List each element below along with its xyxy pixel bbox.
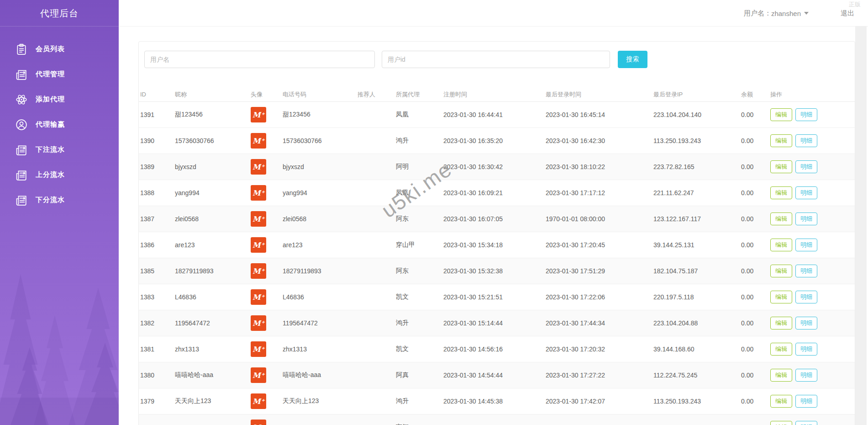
cell-reg-time: 2023-01-30 15:14:44 xyxy=(443,319,546,327)
cell-ip: 220.197.5.118 xyxy=(653,293,741,301)
search-userid-input[interactable] xyxy=(382,51,610,68)
sidebar-item-2[interactable]: 代理管理 xyxy=(0,62,119,87)
edit-button[interactable]: 编辑 xyxy=(770,160,792,173)
detail-button[interactable]: 明细 xyxy=(795,369,817,382)
cell-avatar: M⁺ xyxy=(251,185,283,201)
sidebar-item-label: 添加代理 xyxy=(36,95,65,104)
cell-nickname: are123 xyxy=(175,241,251,249)
cell-last-login: 2023-01-30 17:44:34 xyxy=(546,319,653,327)
detail-button[interactable]: 明细 xyxy=(795,134,817,147)
cell-ip: 223.104.204.140 xyxy=(653,111,741,118)
edit-button[interactable]: 编辑 xyxy=(770,239,792,251)
avatar: M⁺ xyxy=(251,185,266,201)
cell-nickname: 嘻嘻哈哈-aaa xyxy=(175,371,251,379)
sidebar-item-4[interactable]: 代理输赢 xyxy=(0,112,119,137)
edit-button[interactable]: 编辑 xyxy=(770,317,792,329)
edit-button[interactable]: 编辑 xyxy=(770,291,792,303)
cell-reg-time: 2023-01-30 14:54:44 xyxy=(443,372,546,379)
column-header: 注册时间 xyxy=(443,90,546,99)
cell-actions: 编辑明细 xyxy=(770,108,855,121)
avatar: M⁺ xyxy=(251,211,266,227)
cell-nickname: 1195647472 xyxy=(175,319,251,327)
sidebar-item-1[interactable]: 会员列表 xyxy=(0,37,119,62)
cell-balance: 0.00 xyxy=(741,293,770,301)
avatar: M⁺ xyxy=(251,315,266,331)
scrollbar-track[interactable] xyxy=(855,27,867,425)
table-row: 1387zlei0568M⁺zlei0568阿东2023-01-30 16:07… xyxy=(139,206,855,232)
cell-balance: 0.00 xyxy=(741,267,770,275)
edit-button[interactable]: 编辑 xyxy=(770,265,792,277)
sidebar-item-6[interactable]: 上分流水 xyxy=(0,162,119,187)
cell-ip: 113.250.193.243 xyxy=(653,137,741,144)
cell-reg-time: 2023-01-30 15:32:38 xyxy=(443,267,546,275)
avatar: M⁺ xyxy=(251,393,266,409)
edit-button[interactable]: 编辑 xyxy=(770,395,792,408)
cell-avatar: M⁺ xyxy=(251,263,283,279)
avatar: M⁺ xyxy=(251,159,266,175)
cell-last-login: 2023-01-30 17:20:32 xyxy=(546,345,653,353)
member-table: ID昵称头像电话号码推荐人所属代理注册时间最后登录时间最后登录IP余额操作 13… xyxy=(139,87,855,425)
detail-button[interactable]: 明细 xyxy=(795,343,817,356)
cell-agent: 穿山甲 xyxy=(396,241,443,249)
detail-button[interactable]: 明细 xyxy=(795,239,817,251)
detail-button[interactable]: 明细 xyxy=(795,265,817,277)
logout-button[interactable]: 退出 xyxy=(841,0,854,27)
edit-button[interactable]: 编辑 xyxy=(770,212,792,225)
cell-phone: 嘻嘻哈哈-aaa xyxy=(283,371,358,379)
cell-ip: 123.122.167.117 xyxy=(653,215,741,223)
cell-phone: 18279119893 xyxy=(283,267,358,275)
clipboard-icon xyxy=(16,43,27,55)
detail-button[interactable]: 明细 xyxy=(795,421,817,425)
column-header: 昵称 xyxy=(175,90,251,99)
cell-last-login: 1970-01-01 08:00:00 xyxy=(546,215,653,223)
cell-avatar: M⁺ xyxy=(251,289,283,305)
sidebar-item-3[interactable]: 添加代理 xyxy=(0,87,119,112)
table-row: 1380嘻嘻哈哈-aaaM⁺嘻嘻哈哈-aaa阿真2023-01-30 14:54… xyxy=(139,362,855,388)
cell-agent: 凤凰 xyxy=(396,111,443,119)
table-row: 1381zhx1313M⁺zhx1313凯文2023-01-30 14:56:1… xyxy=(139,336,855,362)
cell-agent: 阿东 xyxy=(396,267,443,275)
detail-button[interactable]: 明细 xyxy=(795,160,817,173)
username-dropdown[interactable]: 用户名： zhanshen xyxy=(744,0,809,27)
cell-balance: 0.00 xyxy=(741,241,770,249)
column-header: 头像 xyxy=(251,90,283,99)
edit-button[interactable]: 编辑 xyxy=(770,108,792,121)
detail-button[interactable]: 明细 xyxy=(795,395,817,408)
edit-button[interactable]: 编辑 xyxy=(770,134,792,147)
detail-button[interactable]: 明细 xyxy=(795,186,817,199)
edit-button[interactable]: 编辑 xyxy=(770,186,792,199)
cell-ip: 221.11.62.247 xyxy=(653,189,741,197)
table-body: 1391甜123456M⁺甜123456凤凰2023-01-30 16:44:4… xyxy=(139,102,855,425)
sidebar-item-label: 下分流水 xyxy=(36,196,65,204)
cell-phone: are123 xyxy=(283,241,358,249)
cell-id: 1380 xyxy=(140,372,175,379)
cell-actions: 编辑明细 xyxy=(770,291,855,303)
cell-last-login: 2023-01-30 16:42:30 xyxy=(546,137,653,144)
newspaper-icon xyxy=(16,194,27,206)
search-button[interactable]: 搜索 xyxy=(618,51,647,68)
table-row: 138518279119893M⁺18279119893阿东2023-01-30… xyxy=(139,258,855,284)
column-header: 余额 xyxy=(741,90,770,99)
edit-button[interactable]: 编辑 xyxy=(770,369,792,382)
cell-phone: yang994 xyxy=(283,189,358,197)
cell-nickname: 甜123456 xyxy=(175,111,251,119)
avatar: M⁺ xyxy=(251,420,266,425)
cell-balance: 0.00 xyxy=(741,345,770,353)
avatar: M⁺ xyxy=(251,263,266,279)
tree-silhouette xyxy=(59,288,119,425)
sidebar-item-7[interactable]: 下分流水 xyxy=(0,187,119,212)
sidebar-item-label: 下注流水 xyxy=(36,145,65,154)
detail-button[interactable]: 明细 xyxy=(795,212,817,225)
edit-button[interactable]: 编辑 xyxy=(770,421,792,425)
cell-phone: zhx1313 xyxy=(283,345,358,353)
sidebar-item-5[interactable]: 下注流水 xyxy=(0,137,119,162)
detail-button[interactable]: 明细 xyxy=(795,317,817,329)
detail-button[interactable]: 明细 xyxy=(795,108,817,121)
detail-button[interactable]: 明细 xyxy=(795,291,817,303)
search-username-input[interactable] xyxy=(144,51,375,68)
cell-agent: 鸿升 xyxy=(396,397,443,405)
cell-last-login: 2023-01-30 17:17:12 xyxy=(546,189,653,197)
edit-button[interactable]: 编辑 xyxy=(770,343,792,356)
table-row: 1383L46836M⁺L46836凯文2023-01-30 15:21:512… xyxy=(139,284,855,310)
cell-agent: 阿明 xyxy=(396,163,443,171)
